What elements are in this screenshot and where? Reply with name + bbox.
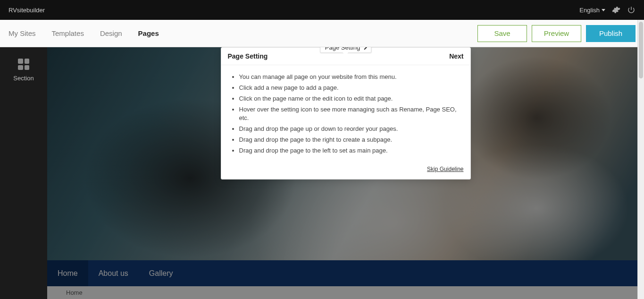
popover-bullet: Drag and drop the page to the right to c… bbox=[239, 136, 464, 145]
caret-down-icon bbox=[602, 9, 605, 11]
subnav: My Sites Templates Design Pages Save Pre… bbox=[0, 20, 644, 47]
language-label: English bbox=[579, 7, 600, 14]
popover-bullet: You can manage all page on your website … bbox=[239, 73, 464, 82]
editor-sidebar: Section bbox=[0, 47, 47, 299]
preview-button[interactable]: Preview bbox=[532, 25, 581, 42]
site-nav-about[interactable]: About us bbox=[88, 260, 139, 286]
popover-body: You can manage all page on your website … bbox=[221, 65, 470, 162]
power-icon[interactable] bbox=[627, 6, 636, 14]
tab-templates[interactable]: Templates bbox=[52, 29, 84, 37]
popover-bullet: Click on the page name or the edit icon … bbox=[239, 94, 464, 103]
site-nav-gallery[interactable]: Gallery bbox=[139, 260, 184, 286]
popover-bullet: Drag and drop the page to the left to se… bbox=[239, 146, 464, 155]
scrollbar[interactable] bbox=[637, 20, 644, 299]
popover-bullet: Click add a new page to add a page. bbox=[239, 84, 464, 93]
publish-button[interactable]: Publish bbox=[586, 25, 636, 42]
popover-bullets: You can manage all page on your website … bbox=[228, 73, 464, 155]
breadcrumb: Home bbox=[47, 286, 644, 299]
save-button[interactable]: Save bbox=[477, 25, 527, 42]
site-nav-home[interactable]: Home bbox=[47, 260, 88, 286]
section-icon bbox=[18, 59, 29, 70]
workspace: Section Page Setting Page Setting Next Y… bbox=[0, 47, 644, 299]
guideline-popover: Page Setting Next You can manage all pag… bbox=[221, 47, 471, 179]
subnav-actions: Save Preview Publish bbox=[477, 25, 636, 42]
language-switcher[interactable]: English bbox=[579, 7, 605, 14]
popover-bullet: Drag and drop the page up or down to reo… bbox=[239, 125, 464, 134]
topbar: RVsitebuilder English bbox=[0, 0, 644, 20]
tab-design[interactable]: Design bbox=[100, 29, 122, 37]
next-button[interactable]: Next bbox=[449, 52, 463, 60]
popover-foot: Skip Guideline bbox=[221, 162, 470, 179]
section-tool[interactable]: Section bbox=[13, 59, 33, 82]
site-nav: Home About us Gallery bbox=[47, 260, 644, 286]
page-setting-badge[interactable]: Page Setting bbox=[320, 47, 371, 53]
page-setting-badge-label: Page Setting bbox=[325, 47, 360, 51]
chevron-right-icon bbox=[362, 47, 367, 50]
tab-my-sites[interactable]: My Sites bbox=[8, 29, 36, 37]
subnav-tabs: My Sites Templates Design Pages bbox=[8, 29, 159, 37]
tab-pages[interactable]: Pages bbox=[138, 29, 159, 37]
popover-title: Page Setting bbox=[228, 52, 268, 60]
skip-guideline-link[interactable]: Skip Guideline bbox=[427, 166, 463, 172]
gear-icon[interactable] bbox=[612, 6, 620, 14]
breadcrumb-current: Home bbox=[66, 289, 83, 296]
section-label: Section bbox=[13, 75, 33, 82]
scrollbar-thumb[interactable] bbox=[639, 22, 643, 78]
brand-label: RVsitebuilder bbox=[8, 7, 45, 14]
topbar-right: English bbox=[579, 6, 636, 14]
canvas: Page Setting Page Setting Next You can m… bbox=[47, 47, 644, 299]
popover-bullet: Hover over the setting icon to see more … bbox=[239, 105, 464, 123]
